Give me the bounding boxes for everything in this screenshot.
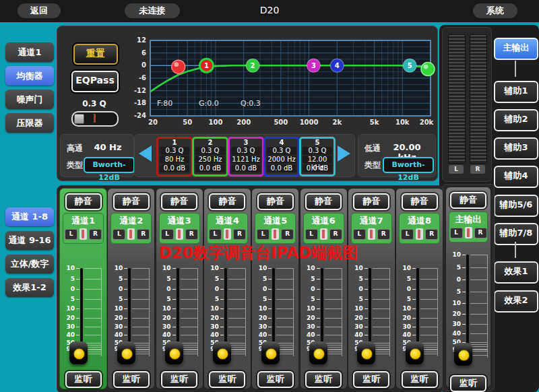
monitor-button[interactable]: 监听 <box>305 371 342 388</box>
eq-point-4[interactable]: 4 <box>330 59 344 72</box>
fader-knob[interactable] <box>213 341 231 364</box>
eq-point-5[interactable]: 5 <box>403 59 416 72</box>
fader-knob[interactable] <box>165 341 183 364</box>
output-button[interactable]: 辅助4 <box>494 166 538 188</box>
band-gain-value[interactable]: 0.0 dB <box>160 164 189 172</box>
monitor-button[interactable]: 监听 <box>402 371 438 388</box>
mute-button[interactable]: 静音 <box>161 193 197 210</box>
eq-band-box-3[interactable]: 30.3 Q1121 Hz0.0 dB <box>228 137 264 176</box>
mute-button[interactable]: 静音 <box>305 193 342 210</box>
band-gain-value[interactable]: 0.0 dB <box>195 164 225 172</box>
channel-strip[interactable]: 静音通道1LR10505102030405090∞监听 <box>59 188 107 389</box>
monitor-button[interactable]: 监听 <box>450 375 486 392</box>
mute-button[interactable]: 静音 <box>209 193 245 210</box>
q-slider[interactable] <box>71 111 119 127</box>
band-q-value[interactable]: 0.3 Q <box>303 147 332 155</box>
output-button[interactable]: 效果2 <box>494 290 538 313</box>
mute-button[interactable]: 静音 <box>450 192 486 209</box>
mute-button[interactable]: 静音 <box>402 193 438 210</box>
output-button[interactable]: 效果1 <box>494 261 538 284</box>
fader-knob[interactable] <box>454 343 472 366</box>
lowpass-type-button[interactable]: Bworth-12dB <box>383 157 434 173</box>
monitor-button[interactable]: 监听 <box>257 371 294 388</box>
monitor-button[interactable]: 监听 <box>353 371 389 388</box>
bands-prev-arrow[interactable] <box>139 145 152 162</box>
pan-slider[interactable] <box>127 228 135 240</box>
eq-band-box-1[interactable]: 10.3 Q80 Hz0.0 dB <box>156 137 193 176</box>
band-gain-value[interactable]: 0.0 dB <box>303 164 332 172</box>
channel-strip[interactable]: 静音通道3LR10505102030405090∞监听 <box>156 188 203 389</box>
output-button[interactable]: 辅助7/8 <box>494 223 538 245</box>
eq-pass-button[interactable]: EQPass <box>71 71 119 92</box>
fader-knob[interactable] <box>69 341 88 364</box>
mute-button[interactable]: 静音 <box>353 193 389 210</box>
mixer-bank-tab[interactable]: 效果1-2 <box>5 278 54 297</box>
band-gain-value[interactable]: 0.0 dB <box>231 164 261 172</box>
band-q-value[interactable]: 0.3 Q <box>195 147 225 155</box>
fader-knob[interactable] <box>261 341 280 364</box>
output-button[interactable]: 辅助2 <box>494 109 538 131</box>
mixer-bank-tab[interactable]: 通道 1-8 <box>5 207 54 226</box>
system-button[interactable]: 系统 <box>473 3 517 18</box>
pan-slider[interactable] <box>224 228 231 240</box>
eq-band-box-4[interactable]: 40.3 Q2000 Hz0.0 dB <box>263 137 300 176</box>
eq-band-box-2[interactable]: 20.3 Q250 Hz0.0 dB <box>192 137 228 176</box>
output-button[interactable]: 辅助3 <box>494 137 538 160</box>
pan-slider[interactable] <box>272 228 279 240</box>
eq-point-1[interactable]: 1 <box>199 59 213 72</box>
band-q-value[interactable]: 0.3 Q <box>231 147 261 155</box>
eq-point-3[interactable]: 3 <box>307 59 320 72</box>
fader-knob[interactable] <box>357 341 375 364</box>
mixer-bank-tab[interactable]: 通道 9-16 <box>5 231 54 250</box>
mixer-bank-tab[interactable]: 立体/数字 <box>5 255 54 273</box>
channel-strip[interactable]: 静音通道6LR10505102030405090∞监听 <box>300 188 348 389</box>
pan-slider[interactable] <box>320 228 327 240</box>
band-freq-value[interactable]: 1121 Hz <box>231 156 261 164</box>
channel-strip[interactable]: 静音通道2LR10505102030405090∞监听 <box>107 188 155 389</box>
band-gain-value[interactable]: 0.0 dB <box>267 164 296 172</box>
eq-point-2[interactable]: 2 <box>246 59 259 72</box>
eq-sidebar-tab[interactable]: 压限器 <box>5 113 54 133</box>
band-freq-value[interactable]: 80 Hz <box>160 156 189 164</box>
band-freq-value[interactable]: 2000 Hz <box>267 156 296 164</box>
channel-strip[interactable]: 静音通道5LR10505102030405090∞监听 <box>251 188 299 389</box>
fader-knob[interactable] <box>117 341 135 364</box>
output-button[interactable]: 辅助5/6 <box>494 195 538 217</box>
hp-handle[interactable] <box>172 60 185 73</box>
monitor-button[interactable]: 监听 <box>65 371 102 388</box>
channel-strip[interactable]: 静音通道8LR10505102030405090∞监听 <box>395 188 443 389</box>
q-slider-handle[interactable] <box>74 114 84 124</box>
monitor-button[interactable]: 监听 <box>161 371 197 388</box>
eq-graph[interactable]: 1260-6-12-18-24205010020050010002k5k10k2… <box>127 30 436 133</box>
pan-slider[interactable] <box>465 227 472 238</box>
fader-knob[interactable] <box>309 341 327 364</box>
eq-sidebar-tab[interactable]: 均衡器 <box>5 66 54 86</box>
pan-slider[interactable] <box>368 228 375 240</box>
eq-sidebar-tab[interactable]: 噪声门 <box>5 90 54 109</box>
eq-reset-button[interactable]: 重置 <box>73 44 118 65</box>
eq-sidebar-tab[interactable]: 通道1 <box>5 42 54 62</box>
mute-button[interactable]: 静音 <box>257 193 294 210</box>
highpass-type-button[interactable]: Bworth-12dB <box>84 157 135 173</box>
mute-button[interactable]: 静音 <box>65 193 102 210</box>
output-button[interactable]: 主输出 <box>494 38 538 60</box>
monitor-button[interactable]: 监听 <box>113 371 150 388</box>
band-q-value[interactable]: 0.3 Q <box>160 147 189 155</box>
fader-knob[interactable] <box>406 341 424 364</box>
master-strip[interactable]: 静音主输出LR10505102030405090∞监听 <box>445 187 491 388</box>
bands-next-arrow[interactable] <box>338 145 350 162</box>
band-freq-value[interactable]: 12.00 kHz <box>303 156 332 164</box>
channel-strip[interactable]: 静音通道7LR10505102030405090∞监听 <box>348 188 395 389</box>
pan-slider[interactable] <box>176 228 183 240</box>
band-freq-value[interactable]: 250 Hz <box>195 156 225 164</box>
lp-handle[interactable] <box>421 63 435 76</box>
monitor-button[interactable]: 监听 <box>209 371 245 388</box>
channel-strip[interactable]: 静音通道4LR10505102030405090∞监听 <box>203 188 251 389</box>
pan-slider[interactable] <box>80 228 87 240</box>
pan-slider[interactable] <box>416 228 423 240</box>
highpass-freq-value[interactable]: 40 Hz <box>86 142 129 152</box>
output-button[interactable]: 辅助1 <box>494 81 538 103</box>
eq-band-box-5[interactable]: 50.3 Q12.00 kHz0.0 dB <box>299 137 336 176</box>
band-q-value[interactable]: 0.3 Q <box>267 147 296 155</box>
mute-button[interactable]: 静音 <box>113 193 150 210</box>
